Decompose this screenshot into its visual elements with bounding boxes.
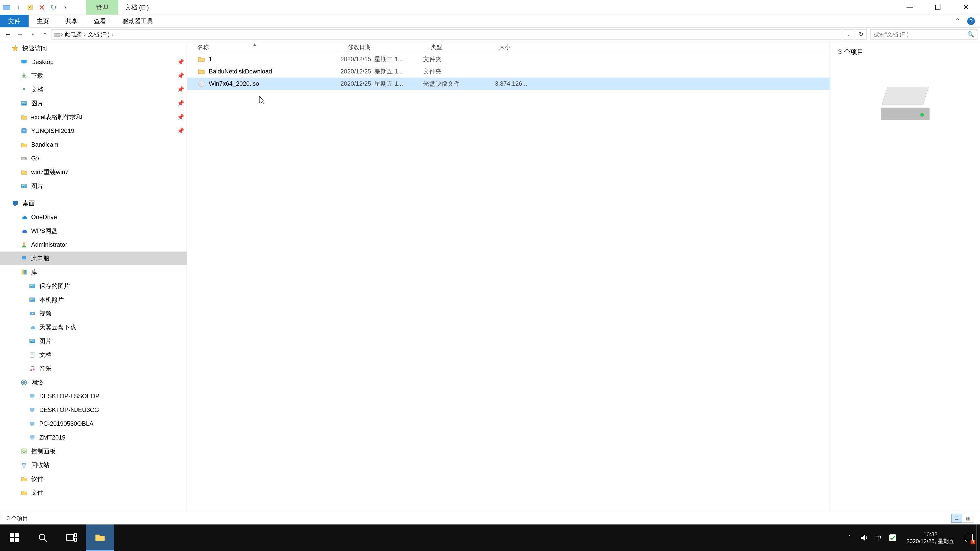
tree-item[interactable]: 视频 xyxy=(0,306,187,321)
close-button[interactable]: ✕ xyxy=(952,0,980,14)
file-list-body[interactable]: 12020/12/15, 星期二 1...文件夹BaiduNetdiskDown… xyxy=(187,53,830,512)
svg-rect-18 xyxy=(13,201,18,205)
volume-icon[interactable] xyxy=(857,530,871,545)
nav-back-button[interactable]: ← xyxy=(3,29,14,40)
app-icon[interactable] xyxy=(3,3,11,11)
tree-item[interactable]: G:\ xyxy=(0,151,187,165)
ribbon-tab-home[interactable]: 主页 xyxy=(29,15,57,27)
ribbon-collapse-icon[interactable]: ⌃ xyxy=(955,17,961,25)
tree-item[interactable]: 图片📌 xyxy=(0,97,187,110)
tree-item[interactable]: 控制面板 xyxy=(0,445,187,458)
action-center-icon[interactable]: 3 xyxy=(961,530,977,545)
thumbnails-view-button[interactable]: ▦ xyxy=(963,514,974,523)
file-row[interactable]: BaiduNetdiskDownload2020/12/25, 星期五 1...… xyxy=(187,65,830,78)
tree-item[interactable]: DESKTOP-LSSOEDP xyxy=(0,389,187,403)
folder-icon xyxy=(197,68,205,75)
undo-icon[interactable] xyxy=(49,3,58,11)
search-button[interactable] xyxy=(29,524,57,551)
tree-item[interactable]: OneDrive xyxy=(0,210,187,224)
tree-item[interactable]: 网络 xyxy=(0,375,187,389)
file-row[interactable]: Win7x64_2020.iso2020/12/25, 星期五 1...光盘映像… xyxy=(187,78,830,90)
svg-rect-5 xyxy=(23,64,25,64)
ribbon-tab-view[interactable]: 查看 xyxy=(86,15,115,27)
nav-recent-button[interactable]: ▾ xyxy=(27,29,38,40)
tree-item[interactable]: 此电脑 xyxy=(0,251,187,265)
tree-item[interactable]: YYUNQISHI2019📌 xyxy=(0,124,187,138)
chevron-right-icon[interactable]: › xyxy=(83,31,86,38)
file-row[interactable]: 12020/12/15, 星期二 1...文件夹 xyxy=(187,53,830,65)
tree-item[interactable]: Bandicam xyxy=(0,138,187,151)
column-header-name[interactable]: 名称 ▲ xyxy=(187,43,338,51)
recycle-icon xyxy=(20,461,28,469)
tree-item[interactable]: Administrator xyxy=(0,238,187,251)
properties-icon[interactable] xyxy=(26,3,34,11)
column-header-date[interactable]: 修改日期 xyxy=(338,43,421,51)
pin-icon: 📌 xyxy=(177,73,184,79)
taskbar-app-explorer[interactable] xyxy=(86,524,115,551)
tree-item[interactable]: 回收站 xyxy=(0,458,187,472)
start-button[interactable] xyxy=(0,524,29,551)
tree-item[interactable]: 快速访问 xyxy=(0,41,187,55)
ribbon-tab-drive[interactable]: 驱动器工具 xyxy=(115,15,161,27)
svg-rect-44 xyxy=(31,425,33,426)
tray-overflow-icon[interactable]: ˆ xyxy=(843,530,857,545)
tree-item[interactable]: 文档 xyxy=(0,348,187,362)
tree-item[interactable]: 音乐 xyxy=(0,362,187,375)
tree-item[interactable]: DESKTOP-NJEU3CG xyxy=(0,403,187,417)
tree-item[interactable]: PC-20190530OBLA xyxy=(0,417,187,430)
nav-forward-button[interactable]: → xyxy=(15,29,26,40)
details-view-button[interactable]: ☰ xyxy=(951,514,962,523)
tree-item[interactable]: 下载📌 xyxy=(0,69,187,83)
help-icon[interactable]: ? xyxy=(967,17,975,25)
search-input[interactable] xyxy=(873,31,967,38)
status-text: 3 个项目 xyxy=(6,514,28,522)
tree-item[interactable]: excel表格制作求和📌 xyxy=(0,110,187,124)
tree-item[interactable]: 图片 xyxy=(0,179,187,193)
address-dropdown-button[interactable]: ⌄ xyxy=(843,29,854,40)
net-icon xyxy=(20,378,28,386)
svg-rect-39 xyxy=(30,394,35,397)
ime-indicator[interactable]: 中 xyxy=(871,530,886,545)
search-box[interactable]: 🔍 xyxy=(870,29,977,40)
chevron-right-icon[interactable]: › xyxy=(60,31,63,38)
breadcrumb-item-1[interactable]: 文档 (E:) xyxy=(86,30,111,38)
ribbon-tab-file[interactable]: 文件 xyxy=(0,15,29,27)
tree-item[interactable]: 桌面 xyxy=(0,197,187,210)
svg-rect-40 xyxy=(31,397,33,398)
tree-item[interactable]: 文档📌 xyxy=(0,83,187,97)
tree-item[interactable]: 库 xyxy=(0,265,187,279)
tree-item[interactable]: WPS网盘 xyxy=(0,224,187,238)
tree-item[interactable]: 保存的图片 xyxy=(0,279,187,293)
qat-more-icon[interactable]: ▾ xyxy=(61,3,69,11)
tree-item[interactable]: 天翼云盘下载 xyxy=(0,321,187,334)
show-desktop-button[interactable] xyxy=(977,524,980,551)
nav-up-button[interactable]: ↑ xyxy=(39,29,51,40)
tree-item-label: 下载 xyxy=(31,72,174,80)
tree-item[interactable]: 图片 xyxy=(0,334,187,348)
chevron-right-icon[interactable]: › xyxy=(111,31,114,38)
tree-item[interactable]: 本机照片 xyxy=(0,293,187,306)
taskview-button[interactable] xyxy=(57,524,86,551)
tree-item[interactable]: 软件 xyxy=(0,472,187,486)
maximize-button[interactable] xyxy=(924,0,952,14)
tree-item[interactable]: 文件 xyxy=(0,486,187,499)
file-date: 2020/12/25, 星期五 1... xyxy=(338,67,421,76)
security-icon[interactable] xyxy=(886,530,900,545)
address-bar: ← → ▾ ↑ › 此电脑 › 文档 (E:) › ⌄ ↻ 🔍 xyxy=(0,27,980,41)
ribbon-tab-share[interactable]: 共享 xyxy=(57,15,86,27)
minimize-button[interactable]: — xyxy=(896,0,924,14)
search-icon[interactable]: 🔍 xyxy=(967,31,974,38)
breadcrumb[interactable]: › 此电脑 › 文档 (E:) › xyxy=(52,29,842,40)
breadcrumb-item-0[interactable]: 此电脑 xyxy=(63,30,83,38)
navigation-tree[interactable]: 快速访问Desktop📌下载📌文档📌图片📌excel表格制作求和📌YYUNQIS… xyxy=(0,41,187,512)
tree-item[interactable]: win7重装win7 xyxy=(0,165,187,179)
tree-item[interactable]: Desktop📌 xyxy=(0,55,187,69)
column-header-size[interactable]: 大小 xyxy=(489,43,530,51)
delete-icon[interactable] xyxy=(38,3,46,11)
contextual-tab-manage[interactable]: 管理 xyxy=(86,0,118,14)
clock[interactable]: 16:32 2020/12/25, 星期五 xyxy=(900,531,961,545)
tree-item-label: WPS网盘 xyxy=(31,227,184,235)
column-header-type[interactable]: 类型 xyxy=(421,43,489,51)
refresh-button[interactable]: ↻ xyxy=(856,29,867,40)
tree-item[interactable]: ZMT2019 xyxy=(0,430,187,445)
